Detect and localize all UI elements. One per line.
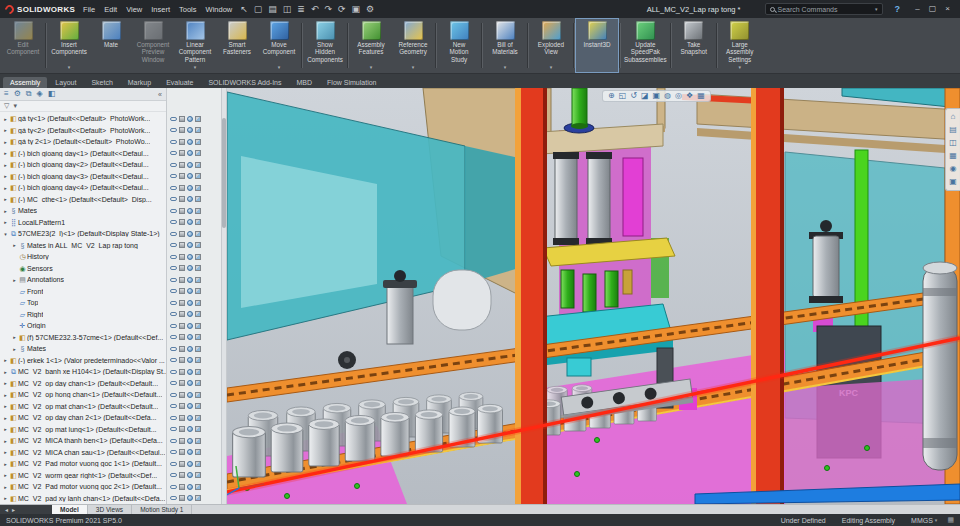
hide-show-icon[interactable] — [170, 140, 177, 144]
tree-item[interactable]: ▸◧MC_V2_op day chan 2<1> (Default<<Defa.… — [0, 412, 166, 424]
appearance-icon[interactable] — [187, 357, 193, 363]
file-explorer-icon[interactable]: ◫ — [949, 139, 957, 147]
apply-scene-icon[interactable]: ▦ — [697, 92, 705, 100]
move-component-button[interactable]: Move Component▾ — [258, 19, 300, 72]
display-mode-icon[interactable] — [179, 449, 185, 455]
display-style-icon[interactable]: ◍ — [664, 92, 671, 100]
display-pane-row[interactable] — [167, 159, 221, 171]
transparency-icon[interactable] — [195, 484, 201, 490]
dropdown-arrow-icon[interactable]: ▾ — [504, 65, 507, 72]
expand-arrow-icon[interactable]: ▸ — [2, 219, 9, 225]
arch-bracket[interactable] — [433, 270, 491, 330]
appearance-icon[interactable] — [187, 242, 193, 248]
transparency-icon[interactable] — [195, 495, 201, 501]
hide-show-icon[interactable] — [170, 255, 177, 259]
display-mode-icon[interactable] — [179, 231, 185, 237]
hide-show-icon[interactable] — [170, 370, 177, 374]
hide-show-icon[interactable] — [170, 473, 177, 477]
transparency-icon[interactable] — [195, 323, 201, 329]
transparency-icon[interactable] — [195, 449, 201, 455]
hide-show-icon[interactable] — [170, 174, 177, 178]
green-shaft[interactable] — [571, 88, 588, 129]
display-mode-icon[interactable] — [179, 288, 185, 294]
appearance-icon[interactable] — [187, 208, 193, 214]
view-palette-icon[interactable]: ▦ — [949, 152, 957, 160]
transparency-icon[interactable] — [195, 415, 201, 421]
expand-arrow-icon[interactable]: ▸ — [2, 162, 9, 168]
menu-view[interactable]: View — [126, 5, 142, 14]
appearance-icon[interactable] — [187, 139, 193, 145]
transparency-icon[interactable] — [195, 219, 201, 225]
transparency-icon[interactable] — [195, 346, 201, 352]
tab-mbd[interactable]: MBD — [290, 77, 320, 88]
tree-item[interactable]: ◷History — [0, 251, 166, 263]
expand-arrow-icon[interactable]: ▸ — [2, 392, 9, 398]
tab-scroll-left-icon[interactable]: ◂ — [5, 506, 8, 513]
appearance-icon[interactable] — [187, 392, 193, 398]
expand-arrow-icon[interactable]: ▸ — [2, 116, 9, 122]
tree-item[interactable]: ◉Sensors — [0, 263, 166, 275]
appearance-icon[interactable] — [187, 231, 193, 237]
hide-show-icon[interactable] — [170, 278, 177, 282]
star-knob[interactable] — [338, 351, 356, 369]
display-pane-row[interactable] — [167, 148, 221, 160]
appearance-icon[interactable] — [187, 495, 193, 501]
transparency-icon[interactable] — [195, 472, 201, 478]
transparency-icon[interactable] — [195, 403, 201, 409]
tree-item[interactable]: ▸§Mates — [0, 343, 166, 355]
graphics-area[interactable]: KPC — [227, 88, 960, 504]
display-mode-icon[interactable] — [179, 484, 185, 490]
dropdown-arrow-icon[interactable]: ▾ — [550, 65, 553, 72]
display-mode-icon[interactable] — [179, 311, 185, 317]
frame-beam-vertical-1[interactable] — [515, 88, 547, 504]
select-arrow-icon[interactable]: ↖ — [240, 5, 248, 14]
display-mode-icon[interactable] — [179, 116, 185, 122]
hide-show-icon[interactable] — [170, 404, 177, 408]
hide-show-icon[interactable] — [170, 163, 177, 167]
view-tab-motion-study-1[interactable]: Motion Study 1 — [132, 505, 192, 514]
update-speedpak-subassemblies-button[interactable]: Update SpeedPak Subassemblies — [622, 19, 669, 72]
hide-show-icon[interactable] — [170, 289, 177, 293]
tab-assembly[interactable]: Assembly — [3, 77, 47, 88]
display-pane-row[interactable] — [167, 401, 221, 413]
appearance-icon[interactable] — [187, 472, 193, 478]
display-pane-row[interactable] — [167, 435, 221, 447]
design-library-icon[interactable]: ▤ — [949, 126, 957, 134]
tree-item[interactable]: ▸⣿LocalLPattern1 — [0, 217, 166, 229]
appearance-icon[interactable] — [187, 323, 193, 329]
display-pane-row[interactable] — [167, 171, 221, 183]
transparency-icon[interactable] — [195, 162, 201, 168]
tab-solidworks-add-ins[interactable]: SOLIDWORKS Add-Ins — [201, 77, 288, 88]
expand-arrow-icon[interactable]: ▸ — [11, 334, 18, 340]
custom-properties-icon[interactable]: ▣ — [949, 178, 957, 186]
edit-component-button[interactable]: Edit Component — [2, 19, 44, 72]
instant3d-button[interactable]: Instant3D — [576, 19, 618, 72]
display-mode-icon[interactable] — [179, 254, 185, 260]
appearance-icon[interactable] — [187, 173, 193, 179]
take-snapshot-button[interactable]: Take Snapshot — [673, 19, 715, 72]
hide-show-icon[interactable] — [170, 243, 177, 247]
display-pane-row[interactable] — [167, 205, 221, 217]
display-pane-row[interactable] — [167, 366, 221, 378]
appearances-icon[interactable]: ◉ — [950, 165, 957, 173]
display-mode-icon[interactable] — [179, 196, 185, 202]
tab-scroll-right-icon[interactable]: ▸ — [12, 506, 15, 513]
clamp-cylinder[interactable] — [383, 270, 417, 344]
appearance-icon[interactable] — [187, 346, 193, 352]
display-pane-row[interactable] — [167, 286, 221, 298]
hide-show-icon[interactable] — [170, 381, 177, 385]
display-mode-icon[interactable] — [179, 346, 185, 352]
tree-item[interactable]: ▸◧(-) bich gioang day<3> (Default<<Defau… — [0, 171, 166, 183]
bill-of-materials-button[interactable]: Bill of Materials▾ — [484, 19, 526, 72]
tree-item[interactable]: ▸◧MC_V2_worm gear right<1> (Default<<Def… — [0, 470, 166, 482]
display-mode-icon[interactable] — [179, 265, 185, 271]
hide-show-icon[interactable] — [170, 324, 177, 328]
hide-show-icon[interactable] — [170, 450, 177, 454]
display-pane-row[interactable] — [167, 412, 221, 424]
smart-fasteners-button[interactable]: Smart Fasteners — [216, 19, 258, 72]
appearance-icon[interactable] — [187, 461, 193, 467]
exploded-view-button[interactable]: Exploded View▾ — [530, 19, 572, 72]
expand-arrow-icon[interactable]: ▸ — [2, 449, 9, 455]
tree-item[interactable]: ▸◧MC_V2_pad xy lanh chan<1> (Default<<De… — [0, 493, 166, 505]
transparency-icon[interactable] — [195, 357, 201, 363]
